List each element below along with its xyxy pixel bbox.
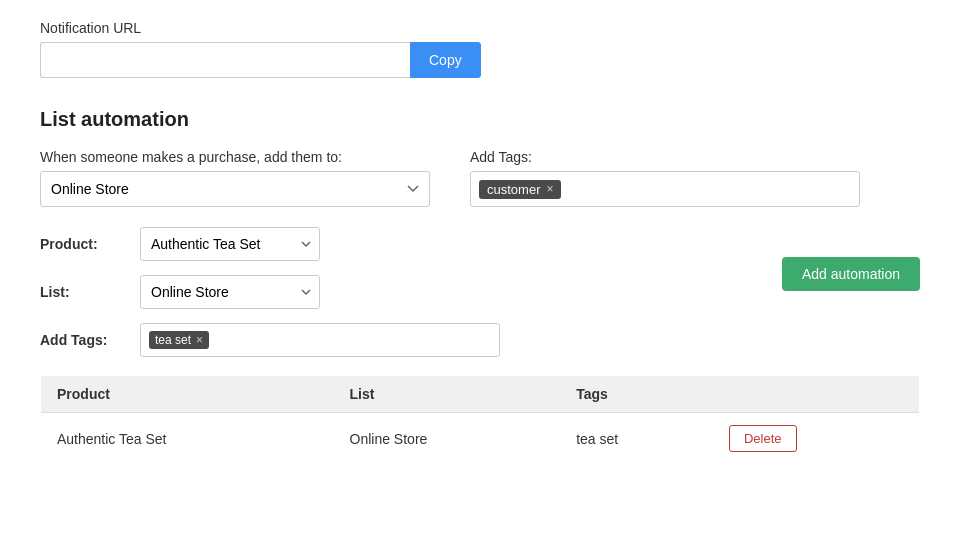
notification-url-label: Notification URL: [40, 20, 920, 36]
col-product: Product: [41, 376, 334, 413]
tags-input-container[interactable]: customer ×: [470, 171, 860, 207]
row-list: Online Store: [334, 413, 561, 465]
row-actions: Delete: [713, 413, 920, 465]
add-automation-button[interactable]: Add automation: [782, 257, 920, 291]
notification-url-input[interactable]: [40, 42, 410, 78]
tea-set-tag-remove[interactable]: ×: [196, 334, 203, 346]
automation-table: Product List Tags Authentic Tea Set Onli…: [40, 375, 920, 465]
row-product: Authentic Tea Set: [41, 413, 334, 465]
customer-tag-label: customer: [487, 182, 540, 197]
customer-tag: customer ×: [479, 180, 561, 199]
add-tags-row: Add Tags: tea set ×: [40, 323, 782, 357]
form-left: Product: Authentic Tea Set Coffee Blend …: [40, 227, 782, 375]
add-tags-label: Add Tags:: [470, 149, 920, 165]
list-select[interactable]: Online Store Email List VIP Members: [140, 275, 320, 309]
list-label: List:: [40, 284, 140, 300]
list-automation-section: List automation When someone makes a pur…: [40, 108, 920, 465]
add-tags-col: Add Tags: customer ×: [470, 149, 920, 207]
table-header-row: Product List Tags: [41, 376, 920, 413]
notification-section: Notification URL Copy: [40, 20, 920, 78]
list-row: List: Online Store Email List VIP Member…: [40, 275, 782, 309]
add-automation-container: Add automation: [782, 227, 920, 291]
col-list: List: [334, 376, 561, 413]
notification-input-row: Copy: [40, 42, 920, 78]
form-area-wrapper: Product: Authentic Tea Set Coffee Blend …: [40, 227, 920, 375]
add-tags-form-label: Add Tags:: [40, 332, 140, 348]
product-label: Product:: [40, 236, 140, 252]
tea-set-tag: tea set ×: [149, 331, 209, 349]
tea-set-tag-label: tea set: [155, 333, 191, 347]
form-rows: Product: Authentic Tea Set Coffee Blend …: [40, 227, 782, 357]
row-tags: tea set: [560, 413, 713, 465]
col-actions: [713, 376, 920, 413]
product-select[interactable]: Authentic Tea Set Coffee Blend Herbal Mi…: [140, 227, 320, 261]
copy-button[interactable]: Copy: [410, 42, 481, 78]
form-tags-input[interactable]: tea set ×: [140, 323, 500, 357]
purchase-row: When someone makes a purchase, add them …: [40, 149, 920, 207]
purchase-select[interactable]: Online Store Email List VIP Members: [40, 171, 430, 207]
product-row: Product: Authentic Tea Set Coffee Blend …: [40, 227, 782, 261]
customer-tag-remove[interactable]: ×: [546, 183, 553, 195]
section-title: List automation: [40, 108, 920, 131]
table-body: Authentic Tea Set Online Store tea set D…: [41, 413, 920, 465]
table-row: Authentic Tea Set Online Store tea set D…: [41, 413, 920, 465]
table-header: Product List Tags: [41, 376, 920, 413]
delete-button[interactable]: Delete: [729, 425, 797, 452]
purchase-label: When someone makes a purchase, add them …: [40, 149, 430, 165]
purchase-col: When someone makes a purchase, add them …: [40, 149, 430, 207]
col-tags: Tags: [560, 376, 713, 413]
